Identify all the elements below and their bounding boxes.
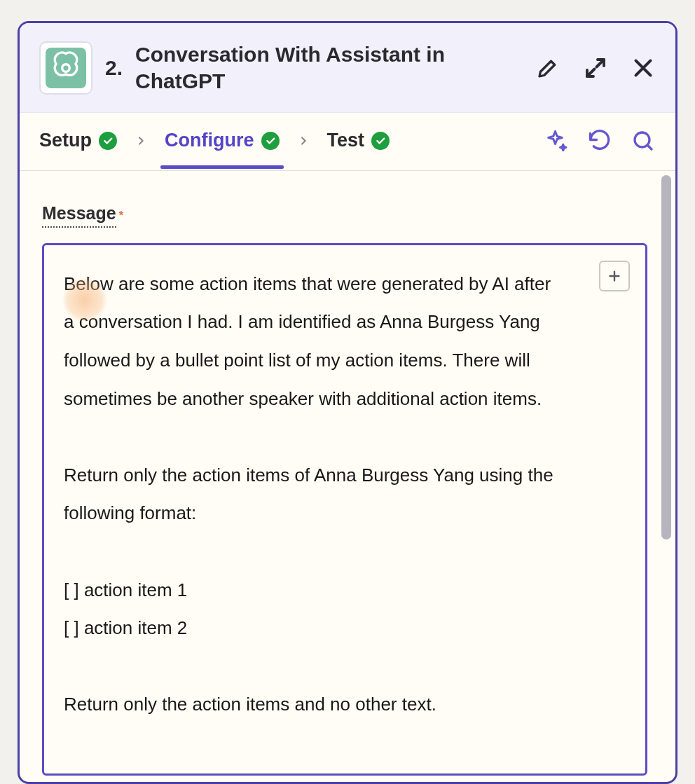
app-icon-container	[39, 41, 92, 95]
step-number: 2.	[105, 56, 123, 80]
tab-label: Configure	[165, 130, 254, 151]
tab-label: Setup	[39, 130, 92, 151]
insert-data-button[interactable]	[599, 261, 630, 291]
label-text: Message	[42, 203, 116, 223]
step-title: Conversation With Assistant in ChatGPT	[135, 41, 465, 95]
message-input[interactable]: Below are some action items that were ge…	[42, 243, 647, 776]
edit-icon[interactable]	[535, 55, 560, 81]
message-field-label: Message	[42, 203, 116, 228]
close-icon[interactable]	[631, 55, 656, 81]
scrollbar[interactable]	[661, 175, 671, 539]
required-marker: *	[119, 209, 123, 221]
chevron-right-icon	[298, 132, 309, 149]
header-actions	[535, 55, 656, 81]
configure-body: Message * Below are some action items th…	[20, 171, 675, 744]
check-icon	[261, 132, 280, 150]
tabs-row: Setup Configure Test	[20, 113, 675, 171]
sparkle-icon[interactable]	[544, 128, 569, 153]
tab-configure[interactable]: Configure	[165, 130, 280, 168]
chatgpt-icon	[46, 48, 86, 88]
undo-icon[interactable]	[587, 128, 612, 153]
chevron-right-icon	[135, 132, 146, 149]
tab-label: Test	[327, 130, 365, 151]
tab-test[interactable]: Test	[327, 130, 390, 168]
check-icon	[99, 132, 117, 150]
tab-actions	[544, 128, 656, 170]
check-icon	[371, 132, 390, 150]
tab-setup[interactable]: Setup	[39, 130, 117, 168]
message-text: Below are some action items that were ge…	[64, 265, 554, 724]
step-panel: 2. Conversation With Assistant in ChatGP…	[18, 21, 677, 784]
scrollbar-thumb[interactable]	[661, 175, 671, 539]
svg-point-0	[62, 64, 70, 72]
expand-icon[interactable]	[583, 55, 608, 81]
zoom-icon[interactable]	[631, 128, 656, 153]
panel-header: 2. Conversation With Assistant in ChatGP…	[20, 23, 675, 113]
